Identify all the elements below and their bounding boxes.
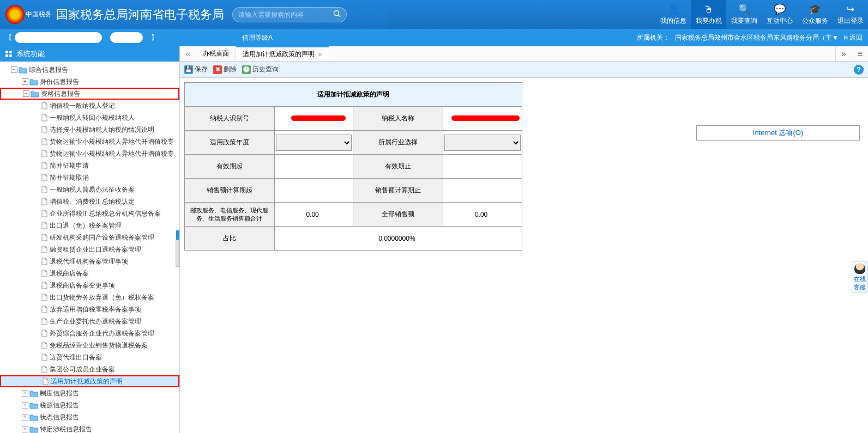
declaration-form: 适用加计抵减政策的声明 纳税人识别号 纳税人名称 适用政策年度 所属行业选择 有…: [184, 82, 522, 251]
tabs-scroll-right[interactable]: »: [835, 46, 852, 61]
history-button[interactable]: 🕑 历史查询: [242, 65, 279, 74]
help-button[interactable]: ?: [854, 65, 864, 75]
tree-item[interactable]: 简并征期取消: [0, 172, 179, 184]
logo-subtext: 中国税务: [26, 10, 52, 19]
tree-item[interactable]: 货物运输业小规模纳税人异地代开增值税专: [0, 136, 179, 148]
tab-declaration[interactable]: 适用加计抵减政策的声明 ×: [236, 46, 329, 61]
file-icon: [40, 306, 48, 313]
delete-button[interactable]: ✖ 删除: [213, 65, 237, 74]
grid-icon: [5, 51, 13, 57]
policy-year-label: 适用政策年度: [185, 131, 275, 155]
total-sales-value[interactable]: 0.00: [443, 203, 522, 227]
sales-period-to-value[interactable]: [443, 179, 522, 203]
sidebar-resize-handle[interactable]: [176, 240, 180, 267]
tree-folder[interactable]: +特定涉税信息报告: [0, 423, 179, 433]
tree-item[interactable]: 选择按小规模纳税人纳税的情况说明: [0, 124, 179, 136]
tree-folder[interactable]: + 身份信息报告: [0, 76, 179, 88]
expander-icon[interactable]: +: [22, 390, 28, 397]
toolbar: 💾 保存 ✖ 删除 🕑 历史查询 ?: [180, 62, 868, 78]
expander-icon[interactable]: +: [22, 414, 28, 420]
close-icon[interactable]: ×: [318, 50, 322, 59]
tree-item[interactable]: 融资租赁企业出口退税备案管理: [0, 243, 179, 255]
tree-item[interactable]: 退税商店备案变更事项: [0, 279, 179, 291]
content-area: « 办税桌面 适用加计抵减政策的声明 × » ≡ 💾 保存 ✖ 删除 🕑: [180, 46, 868, 433]
tree-item[interactable]: 简并征期申请: [0, 160, 179, 172]
tree-folder[interactable]: +税源信息报告: [0, 399, 179, 411]
tree-folder-root[interactable]: − 综合信息报告: [0, 64, 179, 76]
tree-item[interactable]: 一般纳税人简易办法征收备案: [0, 184, 179, 196]
file-icon: [41, 377, 49, 385]
file-icon: [40, 150, 48, 157]
save-icon: 💾: [184, 65, 193, 74]
nav-query[interactable]: 🔍我要查询: [726, 0, 762, 29]
org-label: 所属机关：: [637, 33, 670, 42]
valid-to-value[interactable]: [443, 155, 522, 179]
sales-period-from-label: 销售额计算期起: [185, 179, 275, 203]
valid-from-label: 有效期起: [185, 155, 275, 179]
expander-icon[interactable]: +: [22, 426, 28, 432]
org-value[interactable]: 国家税务总局郑州市金水区税务局东风路税务分局（主▼: [675, 33, 839, 42]
tree-folder[interactable]: +制度信息报告: [0, 387, 179, 399]
tree-item[interactable]: 增值税、消费税汇总纳税认定: [0, 196, 179, 208]
tree-item[interactable]: 货物运输业小规模纳税人异地代开增值税专: [0, 148, 179, 160]
expander-icon[interactable]: +: [22, 78, 28, 85]
industry-select[interactable]: [444, 135, 521, 151]
user-pill2: [110, 32, 143, 43]
save-button[interactable]: 💾 保存: [184, 65, 208, 74]
tree-item[interactable]: 生产企业委托代办退税备案管理: [0, 315, 179, 327]
taxpayer-name-value: [443, 107, 522, 131]
tree-item[interactable]: 研发机构采购国产设备退税备案管理: [0, 231, 179, 243]
tree-item[interactable]: 增值税一般纳税人登记: [0, 100, 179, 112]
total-sales-label: 全部销售额: [353, 203, 443, 227]
history-icon: 🕑: [242, 65, 251, 74]
tree-item[interactable]: 外贸综合服务企业代办退税备案管理: [0, 327, 179, 339]
tree-folder[interactable]: +状态信息报告: [0, 411, 179, 423]
online-service-button[interactable]: 在线客服: [852, 261, 868, 293]
file-icon: [40, 126, 48, 133]
file-icon: [40, 318, 48, 325]
internet-options-popup[interactable]: Internet 选项(O): [696, 125, 860, 141]
tree-item[interactable]: 出口退（免）税备案管理: [0, 219, 179, 231]
tree-item[interactable]: 放弃适用增值税零税率备案事项: [0, 303, 179, 315]
tree-item[interactable]: 集团公司成员企业备案: [0, 363, 179, 375]
user-pill: [15, 32, 102, 43]
svg-point-0: [334, 11, 339, 16]
nav-public[interactable]: 🎓公众服务: [797, 0, 833, 29]
search-input[interactable]: [238, 11, 333, 19]
taxpayer-id-label: 纳税人识别号: [185, 107, 275, 131]
policy-year-select[interactable]: [276, 135, 352, 151]
tree-item[interactable]: 适用加计抵减政策的声明: [0, 375, 179, 387]
tabs-menu[interactable]: ≡: [852, 46, 868, 61]
nav-tree[interactable]: − 综合信息报告 + 身份信息报告 − 资格信息报告 增值税一般纳税人登记一般纳…: [0, 62, 179, 433]
file-icon: [40, 258, 48, 265]
valid-from-value[interactable]: [274, 155, 353, 179]
nav-interact[interactable]: 💬互动中心: [762, 0, 797, 29]
tree-item[interactable]: 边贸代理出口备案: [0, 351, 179, 363]
delete-icon: ✖: [213, 65, 222, 74]
tree-item[interactable]: 退税商店备案: [0, 267, 179, 279]
return-button[interactable]: ⎘ 返回: [844, 33, 863, 42]
tree-item[interactable]: 免税品经营企业销售货物退税备案: [0, 339, 179, 351]
expander-icon[interactable]: −: [23, 90, 29, 97]
nav-do-tax[interactable]: 🖱我要办税: [691, 0, 726, 29]
expander-icon[interactable]: −: [11, 66, 17, 73]
valid-to-label: 有效期止: [353, 155, 443, 179]
file-icon: [40, 234, 48, 241]
expander-icon[interactable]: +: [22, 402, 28, 408]
tabs-scroll-left[interactable]: «: [180, 49, 196, 59]
tree-item[interactable]: 一般纳税人转回小规模纳税人: [0, 112, 179, 124]
search-icon[interactable]: [333, 10, 341, 19]
sub-header: 【】 信用等级A 所属机关： 国家税务总局郑州市金水区税务局东风路税务分局（主▼…: [0, 29, 868, 46]
search-box[interactable]: [232, 7, 347, 22]
sales-period-from-value[interactable]: [274, 179, 353, 203]
service-sales-value[interactable]: 0.00: [274, 203, 353, 227]
tree-folder-qualification[interactable]: − 资格信息报告: [0, 88, 179, 100]
form-title: 适用加计抵减政策的声明: [185, 83, 522, 107]
tab-desktop[interactable]: 办税桌面: [196, 46, 236, 61]
nav-logout[interactable]: ↪退出登录: [833, 0, 868, 29]
tree-item[interactable]: 企业所得税汇总纳税总分机构信息备案: [0, 208, 179, 219]
user-icon: 👤: [667, 3, 679, 15]
file-icon: [40, 162, 48, 169]
tree-item[interactable]: 退税代理机构备案管理事项: [0, 255, 179, 267]
tree-item[interactable]: 出口货物劳务放弃退（免）税权备案: [0, 291, 179, 303]
